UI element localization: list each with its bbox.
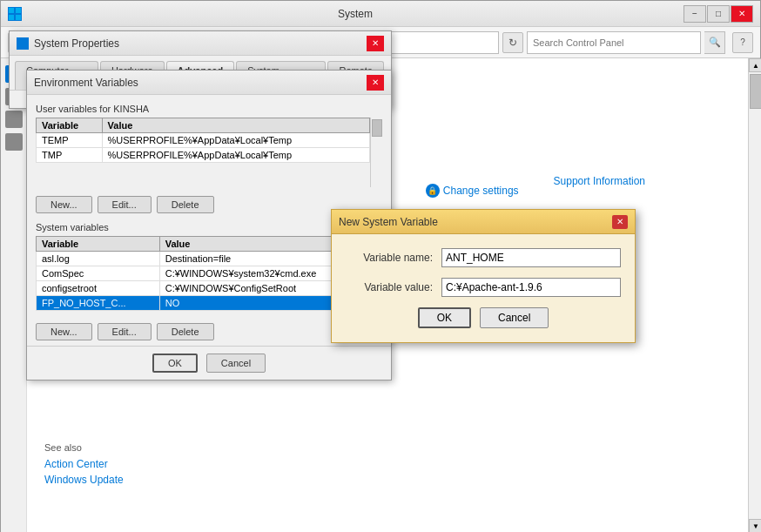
variable-name-row: Variable name: [346,248,621,267]
see-also-action-center[interactable]: Action Center [44,458,124,470]
minimize-button[interactable]: − [684,5,706,23]
see-also-section: See also Action Center Windows Update [44,442,124,489]
newsysvar-ok-button[interactable]: OK [418,307,471,328]
sidebar-icon-3[interactable] [5,111,23,128]
table-row[interactable]: configsetroot C:¥WINDOWS¥ConfigSetRoot [37,281,370,296]
user-variables-table: Variable Value TEMP %USERPROFILE%¥AppDat… [36,118,370,163]
user-table-scrollbar[interactable] [370,118,382,187]
variable-name-input[interactable] [441,248,621,267]
help-button[interactable]: ? [732,32,753,53]
user-variables-section: User variables for KINSHA Variable Value… [36,104,382,187]
sidebar [1,58,27,532]
table-row[interactable]: TEMP %USERPROFILE%¥AppData¥Local¥Temp [37,133,370,148]
maximize-button[interactable]: □ [707,5,730,23]
sys-new-button[interactable]: New... [36,323,92,340]
svg-rect-2 [9,15,14,20]
sys-var-configsetroot-name: configsetroot [37,281,160,296]
change-settings-link[interactable]: Change settings [443,185,519,197]
variable-value-row: Variable value: [346,278,621,297]
sidebar-icon-4[interactable] [5,133,23,151]
sys-var-col-variable: Variable [37,237,160,252]
newsysvar-title: New System Variable [339,216,612,228]
sys-var-asllog-name: asl.log [37,252,160,266]
envvars-ok-button[interactable]: OK [152,354,198,373]
scrollbar-thumb[interactable] [750,74,761,109]
close-button[interactable]: ✕ [731,5,753,23]
new-system-variable-dialog: New System Variable ✕ Variable name: Var… [331,209,636,343]
sys-var-fpnohost-name: FP_NO_HOST_C... [37,296,160,311]
user-var-temp-name: TEMP [37,133,103,148]
refresh-button[interactable]: ↻ [502,32,523,53]
scrollbar-up[interactable]: ▲ [749,58,761,72]
user-var-col-variable: Variable [37,118,103,133]
support-info-link[interactable]: Support Information [554,175,645,187]
user-var-tmp-value: %USERPROFILE%¥AppData¥Local¥Temp [102,148,369,163]
newsysvar-buttons: OK Cancel [346,307,621,328]
window-title: System [27,8,684,20]
envvars-title: Environment Variables [34,77,367,89]
variable-name-label: Variable name: [346,252,433,264]
envvars-cancel-button[interactable]: Cancel [206,354,266,373]
user-var-temp-value: %USERPROFILE%¥AppData¥Local¥Temp [102,133,369,148]
system-variables-table: Variable Value asl.log Destination=file … [36,236,370,311]
search-icon-button[interactable]: 🔍 [704,31,725,54]
sys-delete-button[interactable]: Delete [157,323,214,340]
user-variables-table-container: Variable Value TEMP %USERPROFILE%¥AppDat… [36,118,382,187]
sys-edit-button[interactable]: Edit... [98,323,152,340]
newsysvar-title-bar: New System Variable ✕ [332,210,635,234]
newsysvar-cancel-button[interactable]: Cancel [480,307,549,328]
user-edit-button[interactable]: Edit... [98,196,152,213]
title-bar: System − □ ✕ [1,1,760,27]
table-row[interactable]: ComSpec C:¥WINDOWS¥system32¥cmd.exe [37,266,370,281]
sysprops-title-bar: System Properties ✕ [10,31,391,56]
user-new-button[interactable]: New... [36,196,92,213]
newsysvar-close-button[interactable]: ✕ [612,215,628,229]
search-input[interactable] [527,31,701,54]
scrollbar-down[interactable]: ▼ [749,519,761,532]
table-row[interactable]: asl.log Destination=file [37,252,370,266]
table-row[interactable]: TMP %USERPROFILE%¥AppData¥Local¥Temp [37,148,370,163]
envvars-close-button[interactable]: ✕ [367,75,384,91]
newsysvar-body: Variable name: Variable value: OK Cancel [332,234,635,342]
variable-value-label: Variable value: [346,281,433,293]
scrollbar[interactable]: ▲ ▼ [748,58,761,532]
user-var-tmp-name: TMP [37,148,103,163]
window-controls: − □ ✕ [684,5,753,23]
variable-value-input[interactable] [441,278,621,297]
window-icon [8,7,22,21]
envvars-bottom-buttons: OK Cancel [27,346,391,380]
user-var-col-value: Value [102,118,369,133]
svg-rect-3 [16,15,21,20]
see-also-title: See also [44,442,124,453]
sysprops-icon [17,37,29,50]
sysprops-close-button[interactable]: ✕ [367,36,384,51]
sys-var-comspec-name: ComSpec [37,266,160,281]
svg-rect-1 [16,8,21,13]
user-delete-button[interactable]: Delete [157,196,214,213]
envvars-title-bar: Environment Variables ✕ [27,71,391,95]
see-also-windows-update[interactable]: Windows Update [44,474,124,486]
change-settings-icon: 🔒 [426,184,440,198]
sysprops-title: System Properties [34,37,367,50]
change-settings-container: 🔒 Change settings [426,184,519,198]
table-row[interactable]: FP_NO_HOST_C... NO [37,296,370,311]
user-table-scrollbar-thumb[interactable] [372,119,382,137]
svg-rect-0 [9,8,14,13]
user-variables-label: User variables for KINSHA [36,104,382,114]
